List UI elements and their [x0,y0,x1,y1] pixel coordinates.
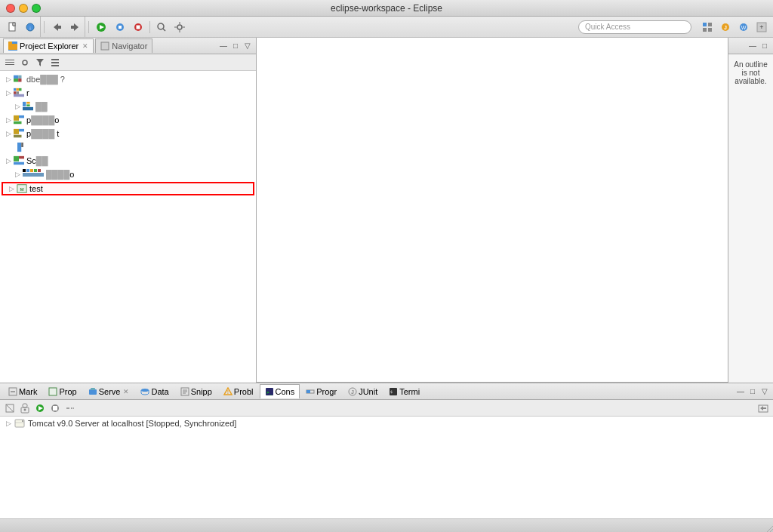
view-filter-button[interactable] [33,57,47,69]
web-perspective-button[interactable]: W [735,20,752,35]
item-icon-4 [14,115,24,125]
tree-item-8[interactable]: ▷ ████o [0,168,256,181]
svg-rect-31 [101,42,109,50]
svg-rect-87 [306,390,310,393]
svg-rect-17 [174,26,177,27]
nav-toolbar-group [48,17,85,37]
bottom-content[interactable]: ▷ Tomcat v9.0 Server at localhost [Stopp… [0,417,773,518]
tab-project-explorer[interactable]: Project Explorer ✕ [3,38,94,53]
toolbar-gear-button[interactable] [171,20,188,35]
svg-line-13 [163,29,165,31]
project-explorer-close[interactable]: ✕ [82,42,88,50]
svg-rect-11 [137,25,140,29]
toolbar-btn-2[interactable]: ↓ [22,20,38,35]
center-right: — □ An outline is not available. [257,38,773,383]
bottom-tab-serve[interactable]: Serve ✕ [83,384,135,398]
new-button[interactable] [5,20,21,35]
bottom-tab-progr[interactable]: Progr [300,384,342,398]
item-icon-2 [14,88,24,98]
svg-rect-53 [14,115,19,121]
server-label: Tomcat v9.0 Server at localhost [Stopped… [28,419,236,428]
title-bar: eclipse-workspace - Eclipse [0,0,773,17]
resize-handle[interactable] [762,521,773,532]
bottom-tab-prop[interactable]: Prop [43,384,82,398]
maximize-panel-button[interactable]: □ [230,41,241,51]
bottom-tab-probl[interactable]: ! Probl [218,384,259,398]
server-row[interactable]: ▷ Tomcat v9.0 Server at localhost [Stopp… [0,417,773,430]
tree-item-2[interactable]: ▷ r [0,86,256,100]
view-menu-bottom-button[interactable]: ▽ [759,386,770,397]
maximize-button[interactable] [32,4,41,13]
maximize-bottom-button[interactable]: □ [747,386,758,397]
tab-cons-label: Cons [276,387,295,396]
close-button[interactable] [6,4,15,13]
svg-rect-52 [23,107,33,110]
item-label-1: dbe███ ? [26,75,65,84]
minimize-button[interactable] [19,4,28,13]
tree-item-3[interactable]: ▷ ██ [0,100,256,113]
toolbar-stop-button[interactable] [130,20,146,35]
minimize-outline-button[interactable]: — [747,41,758,51]
quick-access-input[interactable]: Quick Access [578,20,691,34]
editor-area[interactable] [257,38,728,383]
svg-rect-60 [21,143,23,147]
java-perspective-button[interactable]: J [717,20,734,35]
scroll-lock-button[interactable] [18,402,32,414]
toolbar-search-button[interactable] [153,20,170,35]
bottom-tab-snipp[interactable]: Snipp [175,384,217,398]
stop-server-button[interactable] [48,402,62,414]
svg-rect-62 [19,156,24,159]
bottom-tab-termi[interactable]: $ Termi [383,384,425,398]
main-toolbar: ↓ Quick Access J [0,17,773,38]
bottom-tabs: Mark Prop Serve ✕ Data Snipp ! Probl >_ … [0,383,773,400]
bottom-tab-data[interactable]: Data [135,384,174,398]
svg-rect-66 [30,169,33,172]
collapse-all-button[interactable] [3,57,17,69]
svg-rect-37 [51,62,59,63]
svg-text:↓: ↓ [29,25,32,30]
navigator-label: Navigator [112,42,147,51]
bottom-tab-mark[interactable]: Mark [3,384,42,398]
svg-rect-65 [26,169,29,172]
forward-button[interactable] [66,20,83,35]
perspectives-button[interactable] [699,20,716,35]
tree-item-test[interactable]: ▷ M test [2,182,254,195]
toolbar-run-button[interactable] [92,20,110,35]
clear-console-button[interactable] [3,402,17,414]
svg-marker-104 [760,406,766,411]
file-toolbar-group: ↓ [3,17,41,37]
maximize-outline-button[interactable]: □ [759,41,770,51]
tree-item-7[interactable]: ▷ Sc██ [0,154,256,168]
expand-icon-1: ▷ [6,75,11,83]
svg-rect-19 [703,23,707,26]
bottom-tab-cons[interactable]: >_ Cons [260,384,300,398]
svg-rect-22 [708,28,712,32]
svg-marker-1 [13,23,15,26]
minimize-panel-button[interactable]: — [218,41,229,51]
bottom-panel-controls: — □ ▽ [735,386,770,397]
tree-item-6[interactable] [0,140,256,154]
outline-panel: — □ An outline is not available. [728,38,773,383]
svg-rect-59 [17,143,21,152]
bottom-tab-junit[interactable]: J JUnit [343,384,383,398]
explorer-content[interactable]: ▷ dbe███ ? ▷ [0,71,256,383]
link-editor-button[interactable] [18,57,32,69]
bottom-toolbar [0,400,773,417]
run-server-button[interactable] [33,402,47,414]
view-menu-button[interactable]: ▽ [242,41,253,51]
disconnect-button[interactable] [63,402,77,414]
svg-point-14 [177,25,182,29]
tab-navigator[interactable]: Navigator [95,38,152,53]
toolbar-debug-button[interactable] [112,20,128,35]
svg-rect-34 [5,60,14,60]
open-console-button[interactable] [756,402,770,414]
tree-item-5[interactable]: ▷ p████ t [0,127,256,140]
serve-tab-close[interactable]: ✕ [123,388,129,395]
tree-item-1[interactable]: ▷ dbe███ ? [0,72,256,86]
item-label-4: p████o [26,115,59,125]
minimize-bottom-button[interactable]: — [735,386,746,397]
open-perspective-button[interactable]: + [753,20,770,35]
customize-view-button[interactable] [48,57,62,69]
back-button[interactable] [49,20,66,35]
tree-item-4[interactable]: ▷ p████o [0,113,256,127]
